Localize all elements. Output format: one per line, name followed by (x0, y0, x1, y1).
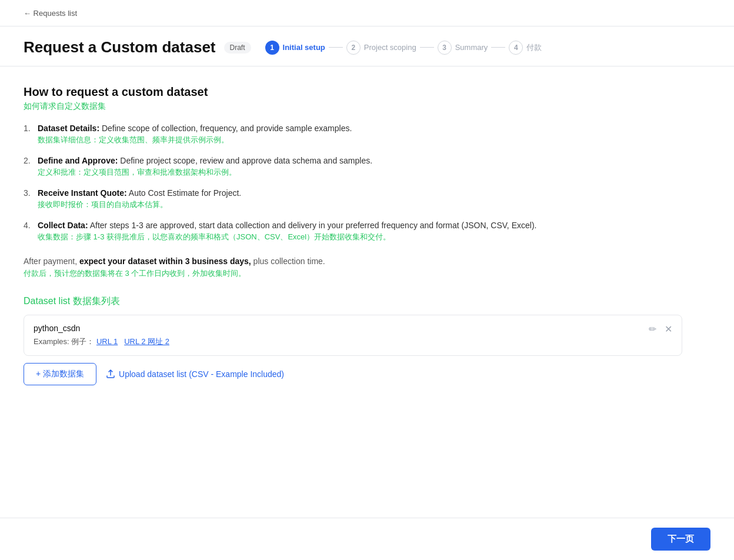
dataset-example-link[interactable]: URL 2 网址 2 (124, 337, 169, 346)
step-divider (420, 47, 434, 48)
intro-title: How to request a custom dataset (24, 85, 682, 99)
stepper: 1 Initial setup 2 Project scoping 3 Summ… (265, 41, 542, 55)
stepper-step-4[interactable]: 4 付款 (509, 41, 542, 55)
how-to-step-3: Receive Instant Quote: Auto Cost Estimat… (24, 188, 682, 210)
dataset-examples: Examples: 例子： URL 1 URL 2 网址 2 (34, 336, 672, 347)
intro-subtitle-cn: 如何请求自定义数据集 (24, 101, 682, 112)
dataset-example-link[interactable]: URL 1 (96, 337, 118, 346)
dataset-card-actions: ✏ ✕ (648, 324, 673, 335)
step-cn-4: 收集数据：步骤 1-3 获得批准后，以您喜欢的频率和格式（JSON、CSV、Ex… (38, 232, 682, 242)
back-link[interactable]: ← Requests list (24, 9, 77, 18)
how-to-step-1: Dataset Details: Define scope of collect… (24, 124, 682, 145)
step-divider (329, 47, 343, 48)
top-bar: ← Requests list (0, 0, 734, 26)
dataset-card-0: ✏ ✕ python_csdn Examples: 例子： URL 1 URL … (24, 315, 682, 356)
step-cn-2: 定义和批准：定义项目范围，审查和批准数据架构和示例。 (38, 167, 682, 178)
step-cn-3: 接收即时报价：项目的自动成本估算。 (38, 199, 682, 210)
payment-note: After payment, expect your dataset withi… (24, 256, 682, 266)
step-divider (491, 47, 505, 48)
step-label-3: Summary (455, 43, 488, 52)
dataset-section-title: Dataset list 数据集列表 (24, 295, 682, 308)
dataset-list: ✏ ✕ python_csdn Examples: 例子： URL 1 URL … (24, 315, 682, 356)
page-header: Request a Custom dataset Draft 1 Initial… (0, 26, 734, 66)
edit-dataset-button[interactable]: ✏ (648, 324, 658, 335)
step-circle-3: 3 (438, 41, 452, 55)
add-dataset-button[interactable]: + 添加数据集 (24, 363, 96, 385)
stepper-step-3[interactable]: 3 Summary (438, 41, 488, 55)
draft-badge: Draft (224, 42, 251, 54)
step-label-4: 付款 (526, 42, 542, 53)
upload-csv-link[interactable]: Upload dataset list (CSV - Example Inclu… (106, 369, 284, 379)
step-en-1: Dataset Details: Define scope of collect… (38, 124, 682, 133)
step-label-2: Project scoping (364, 43, 416, 52)
remove-dataset-button[interactable]: ✕ (663, 324, 673, 335)
step-en-4: Collect Data: After steps 1-3 are approv… (38, 221, 682, 230)
step-circle-2: 2 (346, 41, 361, 55)
step-en-3: Receive Instant Quote: Auto Cost Estimat… (38, 188, 682, 198)
how-to-steps: Dataset Details: Define scope of collect… (24, 124, 682, 242)
dataset-name: python_csdn (34, 324, 672, 333)
step-circle-4: 4 (509, 41, 523, 55)
how-to-step-4: Collect Data: After steps 1-3 are approv… (24, 221, 682, 242)
payment-note-bold: expect your dataset within 3 business da… (79, 256, 251, 266)
main-content: How to request a custom dataset 如何请求自定义数… (0, 66, 706, 444)
page-title: Request a Custom dataset (24, 38, 216, 56)
action-row: + 添加数据集 Upload dataset list (CSV - Examp… (24, 363, 682, 385)
upload-icon (106, 369, 115, 379)
step-en-2: Define and Approve: Define project scope… (38, 156, 682, 165)
how-to-step-2: Define and Approve: Define project scope… (24, 156, 682, 178)
stepper-step-2[interactable]: 2 Project scoping (346, 41, 416, 55)
step-label-1: Initial setup (283, 43, 325, 52)
payment-note-cn: 付款后，预计您的数据集将在 3 个工作日内收到，外加收集时间。 (24, 268, 682, 279)
stepper-step-1: 1 Initial setup (265, 41, 325, 55)
step-circle-1: 1 (265, 41, 279, 55)
step-cn-1: 数据集详细信息：定义收集范围、频率并提供示例示例。 (38, 135, 682, 145)
